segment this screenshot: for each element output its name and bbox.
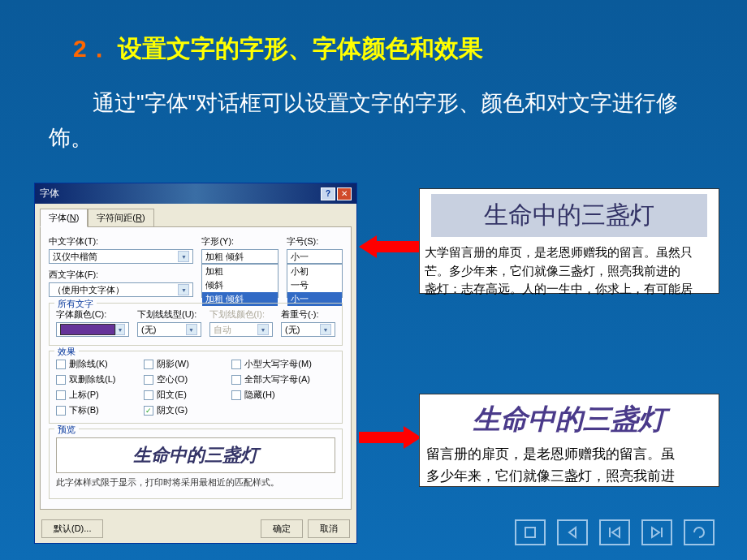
checkbox-hidden[interactable]: 隐藏(H) [231,389,335,401]
slide-number: 2． [73,35,111,62]
svg-rect-0 [525,528,535,537]
nav-return[interactable] [684,519,715,545]
checkbox-engrave[interactable]: ✓阴文(G) [144,404,223,416]
fieldset-title: 效果 [54,346,79,358]
preview-note: 此字体样式限于显示，打印时将采用最相近的匹配样式。 [56,476,335,489]
size-listbox[interactable]: 小初 一号 小一 [287,264,343,298]
list-item[interactable]: 加粗 [202,265,277,278]
default-button[interactable]: 默认(D)... [41,519,103,538]
label-western-font: 西文字体(F): [49,269,193,281]
sample-body: 大学留言册的扉页，是老恩师赠我的留言。虽然只 芒。多少年来，它们就像三盏灯，照亮… [420,242,719,300]
tab-strip: 字体(N) 字符间距(R) [35,204,356,226]
label-emphasis: 着重号(·): [281,308,335,321]
nav-stop[interactable] [515,519,546,545]
label-underline-color: 下划线颜色(I): [209,308,274,321]
label-underline: 下划线线型(U): [137,308,201,321]
checkbox-shadow[interactable]: 阴影(W) [144,358,223,370]
titlebar: 字体 ? ✕ [35,183,356,204]
slide-title: 2． 设置文字的字形、字体颜色和效果 [0,0,747,66]
checkbox-allcaps[interactable]: 全部大写字母(A) [231,373,335,386]
svg-marker-1 [569,528,576,537]
underline-combo[interactable]: (无) ▼ [137,322,201,337]
western-font-combo[interactable]: （使用中文字体） ▼ [49,282,193,297]
arrow-left-icon [359,235,421,258]
chinese-font-combo[interactable]: 汉仪中楷简 ▼ [49,249,193,264]
sample-title: 生命中的三盏灯 [420,394,719,442]
underline-color-combo: 自动 ▼ [209,322,274,337]
sample-title: 生命中的三盏灯 [431,194,707,237]
fieldset-title: 所有文字 [54,298,97,310]
chevron-down-icon: ▼ [178,251,189,262]
checkbox-super[interactable]: 上标(P) [56,389,136,401]
checkbox-sub[interactable]: 下标(B) [56,404,136,416]
label-style: 字形(Y): [201,235,278,248]
svg-marker-3 [612,528,620,537]
chevron-down-icon: ▼ [320,324,331,335]
dialog-footer: 默认(D)... 确定 取消 [35,515,356,543]
emphasis-combo[interactable]: (无) ▼ [281,322,335,337]
sample-before: 生命中的三盏灯 大学留言册的扉页，是老恩师赠我的留言。虽然只 芒。多少年来，它们… [419,188,719,294]
cancel-button[interactable]: 取消 [308,519,350,538]
style-listbox[interactable]: 加粗 倾斜 加粗 倾斜 [201,264,278,298]
checkbox-strike[interactable]: 删除线(K) [56,358,136,370]
font-dialog: 字体 ? ✕ 字体(N) 字符间距(R) 中文字体(T): 汉仪中楷简 ▼ 西文… [34,183,357,544]
tab-spacing[interactable]: 字符间距(R) [88,209,153,226]
slide-body-text: 通过"字体"对话框可以设置文字的字形、颜色和对文字进行修饰。 [49,86,698,156]
chevron-down-icon: ▼ [186,324,197,335]
font-color-combo[interactable]: ▼ [56,322,129,337]
list-item[interactable]: 小初 [287,265,342,278]
checkbox-dstrike[interactable]: 双删除线(L) [56,373,136,386]
fieldset-preview: 预览 生命中的三盏灯 此字体样式限于显示，打印时将采用最相近的匹配样式。 [49,429,343,499]
chevron-down-icon: ▼ [257,324,269,335]
fieldset-all-text: 所有文字 字体颜色(C): ▼ 下划线线型(U): (无) ▼ [49,303,343,346]
label-chinese-font: 中文字体(T): [49,235,193,248]
slide-title-text: 设置文字的字形、字体颜色和效果 [118,35,483,62]
sample-after: 生命中的三盏灯 留言册的扉页，是老恩师赠我的留言。虽 多少年来，它们就像三盏灯，… [419,394,719,487]
svg-marker-4 [652,528,659,537]
nav-last[interactable] [641,519,672,545]
chevron-down-icon: ▼ [178,284,189,295]
size-input[interactable]: 小一 [287,249,343,264]
checkbox-smallcaps[interactable]: 小型大写字母(M) [231,358,335,370]
style-input[interactable]: 加粗 倾斜 [201,249,278,264]
label-size: 字号(S): [287,235,343,248]
fieldset-title: 预览 [54,424,79,436]
fieldset-effects: 效果 删除线(K) 阴影(W) 小型大写字母(M) 双删除线(L) 空心(O) … [49,351,343,424]
help-button[interactable]: ? [321,187,335,200]
list-item[interactable]: 一号 [287,278,342,292]
checkbox-outline[interactable]: 空心(O) [144,373,223,386]
nav-buttons [515,519,715,545]
tab-font[interactable]: 字体(N) [40,209,88,227]
arrow-right-icon [359,426,421,449]
dialog-body: 中文字体(T): 汉仪中楷简 ▼ 西文字体(F): （使用中文字体） ▼ 字形(… [40,226,352,510]
preview-box: 生命中的三盏灯 [56,437,335,473]
sample-body: 留言册的扉页，是老恩师赠我的留言。虽 多少年来，它们就像三盏灯，照亮我前进 [420,442,719,489]
checkbox-emboss[interactable]: 阳文(E) [144,389,223,401]
close-button[interactable]: ✕ [337,187,352,200]
list-item[interactable]: 倾斜 [202,278,277,292]
label-font-color: 字体颜色(C): [56,308,129,321]
nav-first[interactable] [599,519,630,545]
chevron-down-icon: ▼ [115,324,125,335]
slide-body: 通过"字体"对话框可以设置文字的字形、颜色和对文字进行修饰。 [0,66,747,156]
nav-prev[interactable] [557,519,588,545]
dialog-title: 字体 [40,187,59,200]
color-swatch [60,324,115,335]
preview-text: 生命中的三盏灯 [133,443,258,467]
ok-button[interactable]: 确定 [261,519,303,538]
